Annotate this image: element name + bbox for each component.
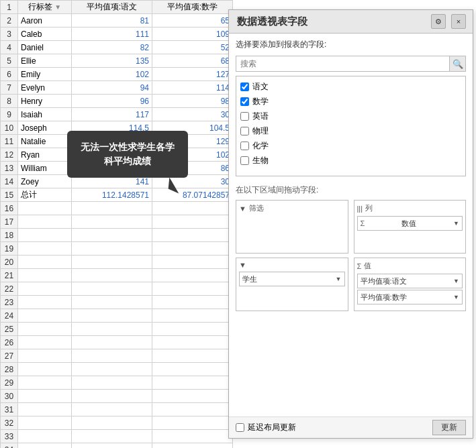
row-label: Isaiah [18, 108, 72, 121]
row-label: Caleb [18, 27, 72, 41]
columns-icon: ||| [357, 205, 363, 213]
pivot-header-controls: ⚙ × [431, 14, 466, 29]
empty-cell [72, 323, 152, 336]
empty-cell [72, 443, 152, 449]
values-sigma-icon: Σ [357, 262, 362, 270]
empty-row: 28 [1, 363, 233, 376]
filter-icon: ▼ [239, 205, 246, 213]
empty-cell [152, 390, 233, 403]
row-num: 13 [1, 162, 18, 175]
field-item[interactable]: 数学 [239, 94, 463, 109]
field-item[interactable]: 语文 [239, 79, 463, 94]
row-num: 18 [1, 229, 18, 242]
field-item[interactable]: 生物 [239, 153, 463, 168]
search-icon-button[interactable]: 🔍 [449, 56, 465, 71]
field-checkbox[interactable] [240, 112, 249, 121]
row-num: 19 [1, 242, 18, 256]
callout-text: 无法一次性求学生各学科平均成绩 [81, 142, 175, 166]
empty-cell [152, 269, 233, 282]
row-col-b: 94 [72, 81, 152, 95]
row-num: 33 [1, 430, 18, 443]
update-button[interactable]: 更新 [432, 420, 466, 435]
field-checkbox[interactable] [240, 82, 249, 91]
delay-update-checkbox[interactable] [236, 423, 244, 432]
columns-zone[interactable]: ||| 列 Σ 数值 ▼ [354, 200, 467, 254]
row-num: 17 [1, 215, 18, 229]
empty-cell [18, 202, 72, 215]
rows-item-label: 学生 [242, 274, 257, 284]
empty-row: 34 [1, 443, 233, 449]
field-checkbox[interactable] [240, 156, 249, 165]
filter-zone[interactable]: ▼ 筛选 [236, 200, 348, 254]
empty-cell [152, 336, 233, 349]
row-col-c: 127 [152, 68, 233, 81]
rows-zone[interactable]: ▼ 行 学生 ▼ [236, 258, 348, 311]
empty-cell [72, 215, 152, 229]
empty-cell [18, 296, 72, 309]
pivot-body: 选择要添加到报表的字段: 🔍 语文 数学 英语 物理 化学 生物 在以下区域间拖… [229, 34, 473, 416]
drag-zones-top: ▼ 筛选 ||| 列 Σ 数值 ▼ [236, 200, 466, 254]
row-num: 28 [1, 363, 18, 376]
row-col-b: 112.1428571 [72, 188, 152, 202]
table-row: 6 Emily 102 127 [1, 68, 233, 81]
empty-cell [72, 296, 152, 309]
row-num: 16 [1, 202, 18, 215]
empty-cell [18, 403, 72, 416]
empty-cell [72, 229, 152, 242]
field-item[interactable]: 物理 [239, 123, 463, 138]
col-b-header: 平均值项:语文 [72, 1, 152, 14]
empty-cell [152, 323, 233, 336]
empty-cell [72, 349, 152, 363]
empty-row: 18 [1, 229, 233, 242]
close-button[interactable]: × [451, 14, 466, 29]
columns-zone-item-shuzi[interactable]: Σ 数值 ▼ [357, 216, 463, 231]
field-checkbox[interactable] [240, 97, 249, 106]
empty-row: 20 [1, 256, 233, 269]
gear-button[interactable]: ⚙ [431, 14, 446, 29]
empty-row: 29 [1, 376, 233, 390]
drag-zones-bottom: ▼ 行 学生 ▼ Σ 值 平均值项:语文 ▼ 平均值项 [236, 258, 466, 311]
empty-cell [72, 376, 152, 390]
row-col-b: 135 [72, 54, 152, 68]
empty-row: 24 [1, 309, 233, 323]
empty-cell [72, 282, 152, 296]
header-row: 1 行标签 ▼ 平均值项:语文 平均值项:数学 [1, 1, 233, 14]
empty-cell [152, 403, 233, 416]
search-input[interactable] [236, 59, 449, 68]
row-num: 12 [1, 148, 18, 162]
values-yuwen-arrow-icon: ▼ [453, 278, 459, 284]
row-col-c: 30 [152, 108, 233, 121]
values-zone[interactable]: Σ 值 平均值项:语文 ▼ 平均值项:数学 ▼ [354, 258, 467, 311]
pivot-panel-title: 数据透视表字段 [237, 15, 307, 28]
row-label: Ryan [18, 148, 72, 162]
field-item[interactable]: 英语 [239, 109, 463, 123]
field-label: 物理 [252, 125, 269, 137]
row-num: 30 [1, 390, 18, 403]
empty-cell [18, 416, 72, 430]
row-col-b: 102 [72, 68, 152, 81]
empty-row: 23 [1, 296, 233, 309]
empty-cell [152, 443, 233, 449]
empty-cell [18, 309, 72, 323]
row-num: 5 [1, 54, 18, 68]
values-zone-item-shuxue[interactable]: 平均值项:数学 ▼ [357, 290, 463, 304]
empty-cell [72, 256, 152, 269]
row-label: Evelyn [18, 81, 72, 95]
delay-update-label: 延迟布局更新 [248, 422, 296, 433]
table-row: 8 Henry 96 98 [1, 95, 233, 108]
field-checkbox[interactable] [240, 142, 249, 150]
empty-cell [18, 349, 72, 363]
field-checkbox[interactable] [240, 127, 249, 135]
field-item[interactable]: 化学 [239, 138, 463, 153]
values-zone-item-yuwen[interactable]: 平均值项:语文 ▼ [357, 274, 463, 288]
empty-row: 16 [1, 202, 233, 215]
empty-cell [152, 202, 233, 215]
callout-tooltip: 无法一次性求学生各学科平均成绩 [67, 131, 188, 178]
empty-row: 17 [1, 215, 233, 229]
rows-zone-item-student[interactable]: 学生 ▼ [239, 272, 345, 286]
row-label: Zoey [18, 175, 72, 188]
table-row: 4 Daniel 82 52 [1, 41, 233, 54]
spreadsheet: 1 行标签 ▼ 平均值项:语文 平均值项:数学 2 Aaron 81 65 3 … [0, 0, 228, 448]
row-num: 34 [1, 443, 18, 449]
row-num: 2 [1, 14, 18, 27]
